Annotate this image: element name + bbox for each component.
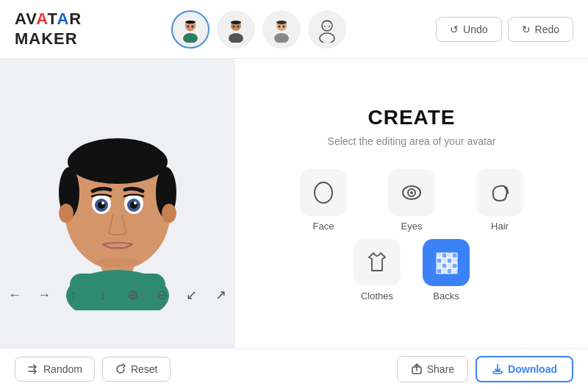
undo-button[interactable]: ↺ Undo	[436, 17, 501, 42]
svg-point-16	[320, 33, 334, 43]
backs-option[interactable]: Backs	[423, 239, 470, 301]
svg-point-17	[324, 26, 326, 27]
share-icon	[411, 363, 423, 375]
face-label: Face	[313, 221, 334, 232]
svg-rect-53	[452, 263, 457, 268]
svg-rect-7	[231, 21, 241, 24]
clothes-label: Clothes	[361, 290, 393, 301]
svg-rect-55	[442, 268, 447, 274]
svg-rect-56	[447, 268, 452, 274]
hair-icon-container	[476, 169, 523, 216]
options-grid-top: Face Eyes	[290, 169, 533, 232]
svg-point-37	[96, 258, 140, 267]
create-subtitle: Select the editing area of your avatar	[328, 135, 496, 147]
nav-up-button[interactable]: ↑	[65, 285, 82, 305]
svg-point-4	[192, 25, 194, 27]
hair-label: Hair	[491, 221, 509, 232]
avatar-tab-1[interactable]	[171, 10, 209, 49]
svg-point-3	[187, 25, 190, 27]
redo-button[interactable]: ↻ Redo	[508, 17, 573, 42]
download-label: Download	[508, 363, 557, 375]
reset-label: Reset	[131, 363, 158, 375]
svg-point-1	[183, 33, 198, 43]
avatar-tabs	[171, 10, 346, 49]
options-grid-bottom: Clothes	[354, 239, 470, 301]
hair-option[interactable]: Hair	[467, 169, 533, 232]
main-content: ← → ↑ ↓ ⊕ ⊖ ↙ ↗ CREATE Select the editin…	[0, 59, 588, 348]
clothes-option[interactable]: Clothes	[354, 239, 401, 301]
svg-rect-2	[185, 21, 196, 24]
logo: AVATARMAKER	[15, 10, 82, 49]
create-title: CREATE	[368, 106, 455, 129]
svg-rect-52	[452, 258, 457, 263]
zoom-in-button[interactable]: ⊕	[123, 285, 141, 305]
svg-rect-45	[437, 258, 442, 263]
bottom-left-actions: Random Reset	[15, 357, 171, 382]
svg-rect-44	[447, 253, 452, 258]
avatar-tab-3[interactable]	[262, 10, 301, 49]
svg-point-9	[237, 25, 240, 27]
svg-rect-46	[442, 258, 447, 263]
svg-rect-50	[447, 263, 452, 268]
random-icon	[27, 363, 39, 375]
svg-point-24	[72, 138, 163, 176]
undo-label: Undo	[463, 24, 487, 35]
svg-point-11	[274, 33, 289, 43]
download-icon	[492, 363, 503, 375]
svg-rect-43	[442, 253, 447, 258]
undo-icon: ↺	[450, 24, 459, 35]
svg-rect-49	[442, 263, 447, 268]
header: AVATARMAKER	[0, 0, 588, 59]
svg-rect-51	[452, 253, 457, 258]
random-label: Random	[43, 363, 82, 375]
reset-icon	[115, 363, 126, 375]
svg-point-35	[101, 201, 104, 204]
svg-point-38	[315, 182, 332, 203]
svg-point-6	[229, 33, 243, 43]
svg-rect-47	[447, 258, 452, 263]
share-button[interactable]: Share	[397, 356, 468, 382]
clothes-icon-container	[354, 239, 401, 286]
svg-point-18	[329, 26, 330, 27]
svg-rect-54	[437, 268, 442, 274]
svg-point-8	[233, 25, 235, 27]
zoom-out-button[interactable]: ⊖	[153, 285, 171, 305]
backs-label: Backs	[433, 290, 459, 301]
face-option[interactable]: Face	[290, 169, 356, 232]
eyes-option[interactable]: Eyes	[379, 169, 445, 232]
random-button[interactable]: Random	[15, 357, 95, 382]
avatar-preview-panel: ← → ↑ ↓ ⊕ ⊖ ↙ ↗	[0, 59, 235, 348]
eyes-label: Eyes	[401, 221, 423, 232]
eyes-icon-container	[388, 169, 435, 216]
svg-point-41	[410, 191, 413, 194]
svg-rect-59	[493, 371, 502, 374]
svg-rect-48	[437, 263, 442, 268]
svg-point-36	[134, 201, 137, 204]
svg-point-13	[279, 25, 281, 27]
nav-forward-button[interactable]: →	[35, 285, 53, 305]
svg-point-28	[162, 204, 176, 223]
reset-button[interactable]: Reset	[102, 357, 171, 382]
avatar-tab-2[interactable]	[217, 10, 255, 49]
nav-back-button[interactable]: ←	[6, 285, 24, 305]
rotate-right-button[interactable]: ↗	[212, 285, 229, 305]
svg-point-27	[59, 204, 74, 223]
redo-label: Redo	[535, 24, 559, 35]
svg-rect-12	[276, 21, 287, 24]
navigation-controls: ← → ↑ ↓ ⊕ ⊖ ↙ ↗	[0, 279, 235, 311]
share-label: Share	[427, 363, 454, 375]
backs-icon-container	[423, 239, 470, 286]
svg-rect-42	[437, 253, 442, 258]
svg-rect-57	[452, 268, 457, 274]
bottom-bar: Random Reset Share Download	[0, 348, 588, 389]
rotate-left-button[interactable]: ↙	[182, 285, 200, 305]
svg-point-14	[283, 25, 285, 27]
face-icon-container	[300, 169, 347, 216]
logo-text: AVATARMAKER	[15, 10, 82, 49]
redo-icon: ↻	[522, 24, 531, 35]
download-button[interactable]: Download	[476, 356, 573, 382]
avatar-tab-4[interactable]	[308, 10, 346, 49]
edit-options-panel: CREATE Select the editing area of your a…	[235, 59, 588, 348]
header-actions: ↺ Undo ↻ Redo	[436, 17, 573, 42]
nav-down-button[interactable]: ↓	[94, 285, 112, 305]
